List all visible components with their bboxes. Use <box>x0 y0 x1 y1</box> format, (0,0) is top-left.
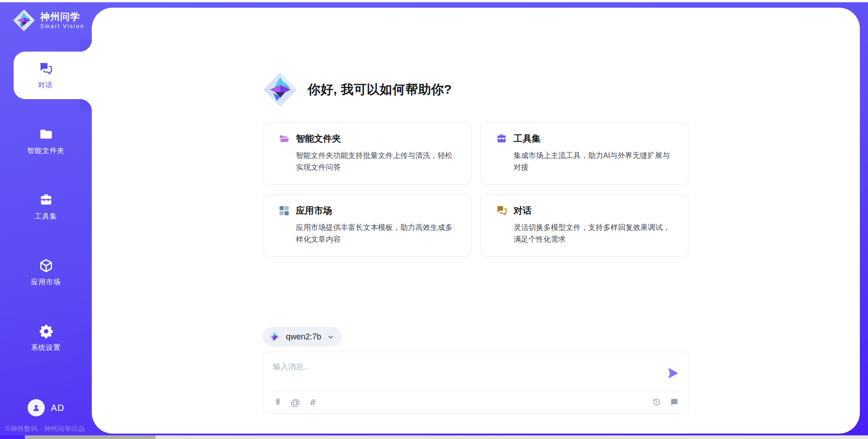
card-chat[interactable]: 对话 灵活切换多模型文件，支持多样回复效果调试，满足个性化需求 <box>480 194 689 257</box>
main-panel: 你好, 我可以如何帮助你? 智能文件夹 智能文件夹功能支持批量文件上传与清洗，轻… <box>92 8 860 434</box>
sidebar-item-label: 智能文件夹 <box>27 146 65 156</box>
folder-icon <box>38 127 54 142</box>
history-icon <box>652 397 661 407</box>
attach-file-button[interactable] <box>273 397 283 407</box>
card-toolset[interactable]: 工具集 集成市场上主流工具，助力AI与外界无缝扩展与对接 <box>480 122 689 185</box>
sidebar: 神州问学 Smart Vision 对话 智能文件夹 工具集 应用市场 系统设置 <box>0 0 92 439</box>
user-initials: AD <box>51 403 65 413</box>
horizontal-scrollbar[interactable] <box>0 435 868 439</box>
toolbox-icon <box>495 133 508 145</box>
card-description: 灵活切换多模型文件，支持多样回复效果调试，满足个性化需求 <box>514 221 677 245</box>
new-chat-button[interactable] <box>670 397 679 407</box>
history-button[interactable] <box>652 397 661 407</box>
main-content: 你好, 我可以如何帮助你? 智能文件夹 智能文件夹功能支持批量文件上传与清洗，轻… <box>263 8 689 434</box>
chat-icon <box>38 61 53 76</box>
sidebar-item-chat[interactable]: 对话 <box>14 52 92 99</box>
model-selector[interactable]: qwen2:7b <box>263 327 342 347</box>
mention-button[interactable]: @ <box>291 397 300 407</box>
brand-diamond-icon <box>13 9 35 32</box>
sidebar-item-label: 对话 <box>38 81 53 90</box>
hash-icon: # <box>310 397 316 407</box>
send-icon <box>667 367 679 379</box>
chevron-down-icon <box>327 333 335 341</box>
card-title: 工具集 <box>514 133 541 145</box>
chat-icon <box>495 205 508 217</box>
paperclip-icon <box>273 397 283 407</box>
sidebar-item-label: 应用市场 <box>31 277 61 287</box>
message-composer: @ # <box>263 352 689 414</box>
sidebar-nav: 对话 智能文件夹 工具集 应用市场 系统设置 <box>0 52 92 380</box>
sidebar-item-toolset[interactable]: 工具集 <box>0 183 92 230</box>
card-description: 集成市场上主流工具，助力AI与外界无缝扩展与对接 <box>514 149 677 173</box>
brand: 神州问学 Smart Vision <box>0 0 92 32</box>
sidebar-item-app-market[interactable]: 应用市场 <box>0 248 92 296</box>
sidebar-item-settings[interactable]: 系统设置 <box>0 314 92 362</box>
model-selector-row: qwen2:7b <box>263 327 689 347</box>
sidebar-item-label: 工具集 <box>35 212 57 221</box>
card-description: 智能文件夹功能支持批量文件上传与清洗，轻松实现文件问答 <box>296 149 460 173</box>
sidebar-item-smart-folder[interactable]: 智能文件夹 <box>0 117 92 165</box>
card-smart-folder[interactable]: 智能文件夹 智能文件夹功能支持批量文件上传与清洗，轻松实现文件问答 <box>263 122 472 185</box>
card-title: 对话 <box>514 205 532 217</box>
greeting-title: 你好, 我可以如何帮助你? <box>308 81 452 98</box>
scrollbar-thumb[interactable] <box>25 435 156 439</box>
gear-icon <box>38 324 54 339</box>
cube-icon <box>38 258 54 273</box>
user-chip[interactable]: AD <box>0 399 92 416</box>
brand-diamond-icon <box>263 72 298 107</box>
sidebar-item-label: 系统设置 <box>31 343 61 353</box>
folder-open-icon <box>278 133 290 145</box>
card-title: 智能文件夹 <box>296 133 341 145</box>
scrollbar-corner <box>0 435 25 439</box>
card-title: 应用市场 <box>296 205 332 217</box>
model-name: qwen2:7b <box>286 332 321 342</box>
toolbox-icon <box>38 192 54 208</box>
brand-name-en: Smart Vision <box>40 23 85 29</box>
sidebar-footer: ©神州数码 · 神州问学出品 <box>5 425 85 433</box>
person-icon <box>31 403 41 413</box>
grid-icon <box>278 205 290 217</box>
message-input[interactable] <box>273 359 660 387</box>
hashtag-button[interactable]: # <box>308 397 318 407</box>
brand-name-cn: 神州问学 <box>40 11 85 22</box>
feature-cards: 智能文件夹 智能文件夹功能支持批量文件上传与清洗，轻松实现文件问答 工具集 集成… <box>263 122 689 257</box>
at-icon: @ <box>291 397 300 407</box>
card-description: 应用市场提供丰富长文本模板，助力高效生成多样化文章内容 <box>296 221 460 245</box>
send-button[interactable] <box>667 367 679 379</box>
card-app-market[interactable]: 应用市场 应用市场提供丰富长文本模板，助力高效生成多样化文章内容 <box>263 194 472 257</box>
model-diamond-icon <box>269 331 281 343</box>
chat-bubble-icon <box>670 397 679 407</box>
avatar <box>28 399 45 416</box>
greeting: 你好, 我可以如何帮助你? <box>263 72 689 107</box>
